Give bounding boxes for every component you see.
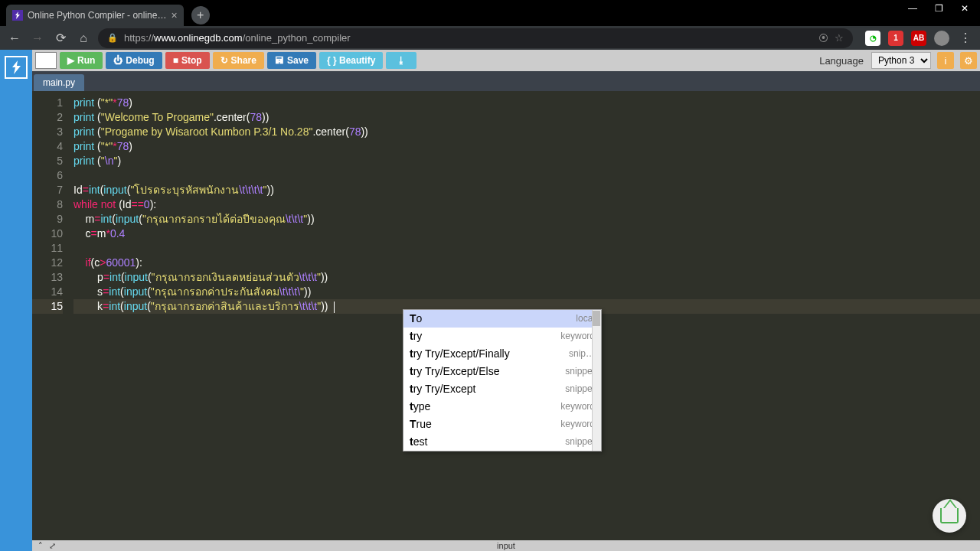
autocomplete-item[interactable]: Tolocal xyxy=(403,310,601,328)
window-minimize[interactable]: — xyxy=(903,2,922,15)
back-button[interactable]: ← xyxy=(6,30,23,47)
stop-icon: ■ xyxy=(173,55,178,66)
home-button[interactable]: ⌂ xyxy=(75,30,92,47)
language-label: Language xyxy=(819,55,868,67)
autocomplete-scrollbar[interactable] xyxy=(592,310,601,451)
line-extension-icon[interactable]: ◔ xyxy=(865,31,880,46)
chat-widget-button[interactable] xyxy=(933,499,966,533)
share-icon: ↻ xyxy=(220,55,228,66)
stop-button[interactable]: ■Stop xyxy=(165,52,210,69)
app-logo-icon[interactable] xyxy=(5,56,28,79)
translate-icon[interactable]: ⦿ xyxy=(818,32,828,44)
debug-button[interactable]: ⏻Debug xyxy=(106,52,162,69)
lightning-icon xyxy=(12,10,23,21)
app-sidebar xyxy=(0,50,32,551)
save-button[interactable]: 🖬Save xyxy=(267,52,316,69)
code-editor[interactable]: 123456789101112131415 print ("*"*78) pri… xyxy=(32,91,980,551)
run-button[interactable]: ▶Run xyxy=(60,52,103,69)
chat-icon xyxy=(940,508,959,523)
autocomplete-item[interactable]: testsnippet xyxy=(403,433,601,451)
text-cursor xyxy=(334,302,335,313)
forward-button[interactable]: → xyxy=(29,30,46,47)
window-restore[interactable]: ❐ xyxy=(929,2,948,15)
autocomplete-item[interactable]: try Try/Except/Finallysnip… xyxy=(403,345,601,363)
power-icon: ⏻ xyxy=(113,55,122,66)
info-button[interactable]: i xyxy=(937,52,954,69)
code-area[interactable]: print ("*"*78) print ("Welcome To Progam… xyxy=(69,91,980,551)
app-toolbar: ▶Run ⏻Debug ■Stop ↻Share 🖬Save { } Beaut… xyxy=(32,50,980,71)
play-icon: ▶ xyxy=(67,55,74,66)
gear-icon: ⚙ xyxy=(964,55,973,67)
save-icon: 🖬 xyxy=(275,55,284,66)
tab-title: Online Python Compiler - online… xyxy=(28,10,166,21)
new-file-button[interactable] xyxy=(35,52,57,69)
download-button[interactable]: ⭳ xyxy=(386,52,416,69)
language-select[interactable]: Python 3 xyxy=(871,52,931,69)
autocomplete-item[interactable]: trykeyword xyxy=(403,328,601,345)
address-bar[interactable]: 🔒 https://www.onlinegdb.com/online_pytho… xyxy=(98,28,853,48)
window-close[interactable]: ✕ xyxy=(956,2,974,15)
share-button[interactable]: ↻Share xyxy=(213,52,264,69)
file-tab-bar: main.py xyxy=(32,71,980,91)
new-tab-button[interactable]: + xyxy=(191,6,210,24)
autocomplete-item[interactable]: try Try/Except/Elsesnippet xyxy=(403,363,601,380)
extension-icon-1[interactable]: 1 xyxy=(888,31,903,46)
download-icon: ⭳ xyxy=(397,55,406,66)
autocomplete-item[interactable]: Truekeyword xyxy=(403,416,601,433)
url-text: https://www.onlinegdb.com/online_python_… xyxy=(124,32,812,44)
beautify-button[interactable]: { } Beautify xyxy=(319,52,383,69)
file-tab[interactable]: main.py xyxy=(34,74,84,91)
adblock-icon[interactable]: AB xyxy=(911,31,926,46)
input-tab-label[interactable]: input xyxy=(497,541,515,550)
settings-button[interactable]: ⚙ xyxy=(960,52,977,69)
browser-chrome: — ❐ ✕ Online Python Compiler - online… ×… xyxy=(0,0,980,50)
chevron-up-icon[interactable]: ˄ xyxy=(38,541,43,551)
menu-button[interactable]: ⋮ xyxy=(957,30,974,47)
bottom-panel-bar[interactable]: ˄ ⤢ input xyxy=(32,540,980,551)
bookmark-icon[interactable]: ☆ xyxy=(835,32,844,44)
lock-icon: 🔒 xyxy=(107,33,118,43)
browser-tab[interactable]: Online Python Compiler - online… × xyxy=(6,5,184,26)
line-gutter: 123456789101112131415 xyxy=(32,91,69,551)
autocomplete-item[interactable]: try Try/Exceptsnippet xyxy=(403,380,601,398)
reload-button[interactable]: ⟳ xyxy=(52,30,69,47)
expand-icon[interactable]: ⤢ xyxy=(49,541,56,551)
profile-avatar-icon[interactable] xyxy=(934,31,949,46)
autocomplete-popup[interactable]: Tolocaltrykeywordtry Try/Except/Finallys… xyxy=(403,309,602,452)
autocomplete-item[interactable]: typekeyword xyxy=(403,398,601,416)
tab-close-icon[interactable]: × xyxy=(171,9,177,21)
